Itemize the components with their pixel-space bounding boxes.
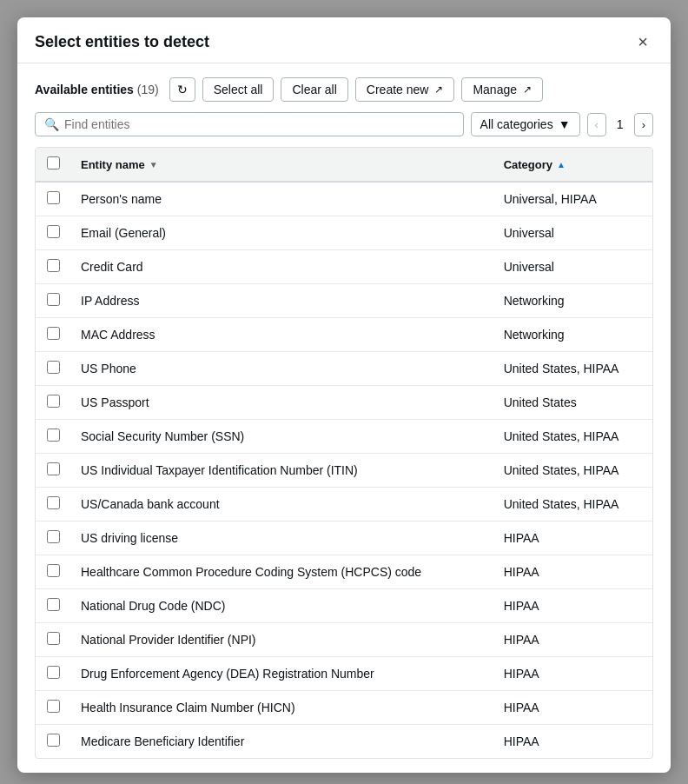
table-header-row: Entity name ▼ Category ▲ <box>36 148 652 182</box>
entity-name-cell: Person's name <box>70 182 493 216</box>
entity-category-cell: HIPAA <box>493 623 652 657</box>
available-entities-label: Available entities (19) <box>35 83 159 96</box>
row-checkbox-7[interactable] <box>47 429 60 442</box>
entity-name-cell: US Passport <box>70 386 493 420</box>
entity-name-cell: US/Canada bank account <box>70 488 493 522</box>
category-header[interactable]: Category ▲ <box>493 148 652 182</box>
entity-name-cell: Healthcare Common Procedure Coding Syste… <box>70 555 493 589</box>
entities-table: Entity name ▼ Category ▲ Person <box>36 148 652 758</box>
row-checkbox-4[interactable] <box>47 327 60 340</box>
table-row: Healthcare Common Procedure Coding Syste… <box>36 555 652 589</box>
refresh-button[interactable]: ↻ <box>169 77 195 102</box>
entity-name-cell: Email (General) <box>70 216 493 250</box>
row-checkbox-2[interactable] <box>47 259 60 272</box>
row-checkbox-5[interactable] <box>47 361 60 374</box>
row-checkbox-cell <box>36 216 70 250</box>
manage-button[interactable]: Manage ↗ <box>461 77 543 102</box>
entity-category-cell: Networking <box>493 318 652 352</box>
search-input[interactable] <box>64 117 454 131</box>
row-checkbox-13[interactable] <box>47 632 60 645</box>
row-checkbox-15[interactable] <box>47 700 60 713</box>
page-number: 1 <box>610 117 631 131</box>
available-count: (19) <box>137 83 159 96</box>
entity-category-cell: United States, HIPAA <box>493 454 652 488</box>
entity-category-cell: Universal <box>493 250 652 284</box>
create-new-button[interactable]: Create new ↗ <box>355 77 455 102</box>
entity-category-cell: HIPAA <box>493 691 652 725</box>
entity-name-cell: IP Address <box>70 284 493 318</box>
row-checkbox-cell <box>36 284 70 318</box>
table-row: Person's nameUniversal, HIPAA <box>36 182 652 216</box>
select-entities-modal: Select entities to detect × Available en… <box>17 17 671 773</box>
table-row: Health Insurance Claim Number (HICN)HIPA… <box>36 691 652 725</box>
table-row: National Provider Identifier (NPI)HIPAA <box>36 623 652 657</box>
row-checkbox-9[interactable] <box>47 496 60 509</box>
category-sort-icon: ▲ <box>557 160 566 169</box>
entity-category-cell: Networking <box>493 284 652 318</box>
table-row: IP AddressNetworking <box>36 284 652 318</box>
row-checkbox-cell <box>36 318 70 352</box>
category-filter-button[interactable]: All categories ▼ <box>471 112 580 136</box>
row-checkbox-cell <box>36 488 70 522</box>
search-filter-row: 🔍 All categories ▼ ‹ 1 › <box>35 112 653 136</box>
entity-name-cell: Health Insurance Claim Number (HICN) <box>70 691 493 725</box>
close-button[interactable]: × <box>632 31 653 52</box>
table-row: National Drug Code (NDC)HIPAA <box>36 589 652 623</box>
row-checkbox-10[interactable] <box>47 530 60 543</box>
row-checkbox-1[interactable] <box>47 225 60 238</box>
select-all-checkbox[interactable] <box>47 156 60 169</box>
entity-name-cell: US driving license <box>70 522 493 555</box>
entity-name-cell: Medicare Beneficiary Identifier <box>70 725 493 759</box>
entity-category-cell: United States, HIPAA <box>493 488 652 522</box>
row-checkbox-cell <box>36 725 70 759</box>
entity-category-cell: HIPAA <box>493 725 652 759</box>
prev-page-button[interactable]: ‹ <box>587 113 606 136</box>
clear-all-button[interactable]: Clear all <box>281 77 347 102</box>
entity-category-cell: HIPAA <box>493 657 652 691</box>
row-checkbox-cell <box>36 250 70 284</box>
table-row: US Individual Taxpayer Identification Nu… <box>36 454 652 488</box>
row-checkbox-8[interactable] <box>47 462 60 475</box>
row-checkbox-6[interactable] <box>47 395 60 408</box>
entity-name-cell: National Provider Identifier (NPI) <box>70 623 493 657</box>
row-checkbox-cell <box>36 182 70 216</box>
entity-category-cell: HIPAA <box>493 522 652 555</box>
entities-table-wrapper: Entity name ▼ Category ▲ Person <box>35 147 653 759</box>
entity-category-cell: United States <box>493 386 652 420</box>
manage-external-link-icon: ↗ <box>523 83 532 96</box>
refresh-icon: ↻ <box>177 83 188 96</box>
prev-icon: ‹ <box>595 118 599 131</box>
entity-name-cell: Credit Card <box>70 250 493 284</box>
entity-name-cell: MAC Address <box>70 318 493 352</box>
next-icon: › <box>642 118 645 131</box>
row-checkbox-0[interactable] <box>47 191 60 204</box>
row-checkbox-cell <box>36 555 70 589</box>
row-checkbox-cell <box>36 623 70 657</box>
table-row: Drug Enforcement Agency (DEA) Registrati… <box>36 657 652 691</box>
table-row: Email (General)Universal <box>36 216 652 250</box>
modal-header: Select entities to detect × <box>17 17 671 63</box>
table-row: Medicare Beneficiary IdentifierHIPAA <box>36 725 652 759</box>
modal-body: Available entities (19) ↻ Select all Cle… <box>17 63 671 773</box>
row-checkbox-cell <box>36 454 70 488</box>
entity-name-header[interactable]: Entity name ▼ <box>70 148 493 182</box>
next-page-button[interactable]: › <box>634 113 653 136</box>
entity-name-cell: US Individual Taxpayer Identification Nu… <box>70 454 493 488</box>
search-icon: 🔍 <box>44 117 59 131</box>
table-row: Credit CardUniversal <box>36 250 652 284</box>
row-checkbox-11[interactable] <box>47 564 60 577</box>
entity-name-cell: National Drug Code (NDC) <box>70 589 493 623</box>
row-checkbox-cell <box>36 386 70 420</box>
select-all-button[interactable]: Select all <box>202 77 275 102</box>
entity-category-cell: United States, HIPAA <box>493 352 652 386</box>
row-checkbox-12[interactable] <box>47 598 60 611</box>
row-checkbox-3[interactable] <box>47 293 60 306</box>
row-checkbox-cell <box>36 522 70 555</box>
row-checkbox-cell <box>36 691 70 725</box>
external-link-icon: ↗ <box>434 83 443 96</box>
row-checkbox-14[interactable] <box>47 666 60 679</box>
table-row: MAC AddressNetworking <box>36 318 652 352</box>
modal-title: Select entities to detect <box>35 33 209 51</box>
toolbar: Available entities (19) ↻ Select all Cle… <box>35 77 653 102</box>
row-checkbox-16[interactable] <box>47 734 60 747</box>
